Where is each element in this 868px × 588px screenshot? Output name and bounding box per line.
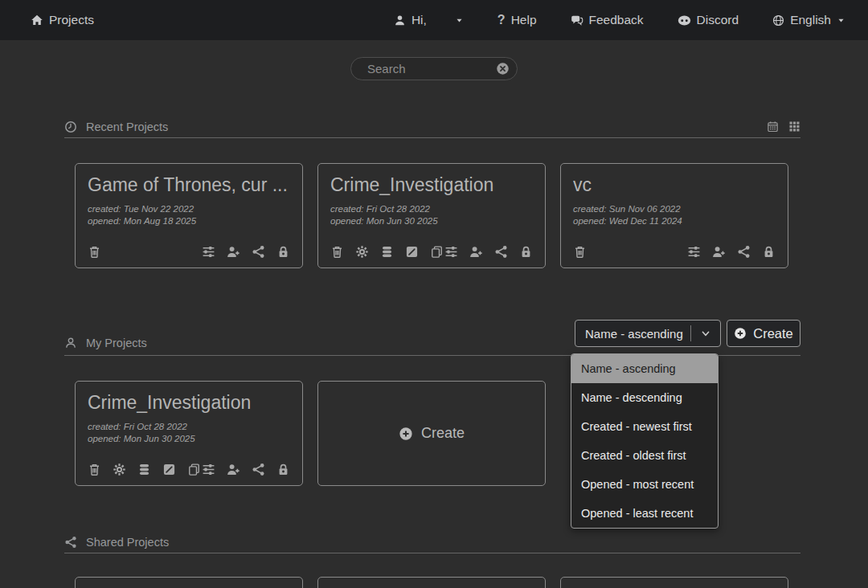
add-user-icon[interactable]: [712, 245, 726, 259]
edit-icon[interactable]: [162, 463, 176, 476]
lock-icon[interactable]: [276, 245, 290, 259]
project-created: created: Fri Oct 28 2022: [88, 421, 290, 433]
nav-language-label: English: [790, 13, 831, 27]
grid-view-icon[interactable]: [788, 120, 800, 133]
project-created: created: Sun Nov 06 2022: [573, 203, 776, 215]
project-title: Crime_Investigation: [88, 392, 290, 414]
home-icon: [31, 14, 43, 27]
nav-greeting: Hi,: [411, 13, 427, 27]
shared-projects-header: Shared Projects: [64, 531, 800, 553]
project-card[interactable]: Crime_Investigation created: Fri Oct 28 …: [317, 163, 546, 268]
add-user-icon[interactable]: [227, 245, 240, 259]
nav-help[interactable]: ? Help: [497, 13, 537, 27]
project-opened: opened: Mon Aug 18 2025: [88, 215, 290, 227]
sort-option[interactable]: Created - newest first: [571, 412, 718, 441]
recent-projects-title: Recent Projects: [86, 120, 168, 133]
delete-icon[interactable]: [573, 245, 587, 259]
recent-projects-row: Game of Thrones, cur ... created: Tue No…: [75, 163, 788, 268]
project-card[interactable]: vc created: Sun Nov 06 2022 opened: Wed …: [560, 163, 788, 268]
calendar-view-icon[interactable]: [767, 120, 779, 133]
sort-select[interactable]: Name - ascending: [575, 320, 721, 347]
lock-icon[interactable]: [762, 245, 776, 259]
project-opened: opened: Wed Dec 11 2024: [573, 215, 776, 227]
create-card-label: Create: [421, 425, 465, 442]
project-card-partial[interactable]: [560, 577, 788, 588]
nav-language[interactable]: English: [772, 13, 845, 27]
chevron-down-icon[interactable]: [691, 329, 720, 339]
lock-icon[interactable]: [276, 463, 290, 476]
sort-option[interactable]: Name - descending: [571, 383, 718, 412]
delete-icon[interactable]: [88, 245, 101, 259]
settings-sliders-icon[interactable]: [202, 245, 215, 259]
add-user-icon[interactable]: [469, 245, 483, 259]
nav-user-menu[interactable]: Hi,: [394, 13, 464, 27]
nav-help-label: Help: [511, 13, 537, 27]
database-icon[interactable]: [137, 463, 151, 476]
settings-sliders-icon[interactable]: [202, 463, 215, 476]
create-project-card[interactable]: Create: [317, 381, 546, 486]
gear-icon[interactable]: [355, 245, 369, 259]
gear-icon[interactable]: [113, 463, 126, 476]
nav-feedback-label: Feedback: [589, 13, 644, 27]
project-card[interactable]: Game of Thrones, cur ... created: Tue No…: [75, 163, 303, 268]
shared-projects-row: [75, 577, 788, 588]
project-title: Game of Thrones, cur ...: [88, 174, 290, 196]
plus-circle-icon: [734, 327, 747, 340]
nav-feedback[interactable]: Feedback: [571, 13, 644, 27]
project-title: Crime_Investigation: [330, 174, 533, 196]
nav-discord[interactable]: Discord: [678, 13, 739, 27]
sort-option[interactable]: Opened - least recent: [571, 499, 718, 528]
person-icon: [64, 337, 77, 349]
question-icon: ?: [497, 13, 506, 27]
feedback-chat-icon: [571, 14, 583, 27]
delete-icon[interactable]: [330, 245, 344, 259]
delete-icon[interactable]: [88, 463, 101, 476]
project-opened: opened: Mon Jun 30 2025: [330, 215, 533, 227]
shared-projects-title: Shared Projects: [86, 536, 169, 549]
clock-icon: [64, 120, 77, 133]
sort-dropdown-menu: Name - ascending Name - descending Creat…: [571, 353, 719, 529]
my-projects-title: My Projects: [86, 337, 147, 349]
globe-icon: [772, 14, 784, 27]
share-icon: [64, 536, 77, 549]
add-user-icon[interactable]: [227, 463, 240, 476]
project-opened: opened: Mon Jun 30 2025: [88, 433, 290, 445]
project-created: created: Fri Oct 28 2022: [330, 203, 533, 215]
my-projects-header: My Projects Name - ascending Create: [64, 320, 800, 356]
share-icon[interactable]: [252, 463, 265, 476]
navbar: Projects Hi, ? Help Feedback Discord Eng…: [0, 0, 868, 40]
sort-option[interactable]: Created - oldest first: [571, 441, 718, 470]
duplicate-icon[interactable]: [430, 245, 444, 259]
plus-circle-icon: [399, 427, 413, 441]
nav-discord-label: Discord: [697, 13, 739, 27]
project-created: created: Tue Nov 22 2022: [88, 203, 290, 215]
search-bar: [350, 57, 518, 80]
caret-down-icon[interactable]: [837, 16, 845, 25]
edit-icon[interactable]: [405, 245, 419, 259]
sort-option[interactable]: Name - ascending: [571, 354, 718, 383]
my-projects-row: Crime_Investigation created: Fri Oct 28 …: [75, 381, 546, 486]
search-clear-icon[interactable]: [496, 62, 510, 76]
project-card-partial[interactable]: [75, 577, 303, 588]
database-icon[interactable]: [380, 245, 394, 259]
sort-selected-value: Name - ascending: [575, 327, 690, 341]
share-icon[interactable]: [494, 245, 508, 259]
nav-projects[interactable]: Projects: [31, 13, 94, 27]
lock-icon[interactable]: [519, 245, 533, 259]
share-icon[interactable]: [252, 245, 265, 259]
recent-projects-header: Recent Projects: [64, 116, 800, 138]
settings-sliders-icon[interactable]: [444, 245, 458, 259]
create-button[interactable]: Create: [727, 320, 800, 347]
sort-option[interactable]: Opened - most recent: [571, 470, 718, 499]
project-card-partial[interactable]: [317, 577, 546, 588]
project-title: vc: [573, 174, 776, 196]
project-card[interactable]: Crime_Investigation created: Fri Oct 28 …: [75, 381, 303, 486]
create-button-label: Create: [753, 326, 793, 341]
search-input[interactable]: [367, 62, 496, 76]
duplicate-icon[interactable]: [187, 463, 201, 476]
share-icon[interactable]: [737, 245, 751, 259]
nav-projects-label: Projects: [49, 13, 94, 27]
settings-sliders-icon[interactable]: [687, 245, 701, 259]
caret-down-icon[interactable]: [455, 16, 464, 25]
discord-icon: [678, 14, 691, 27]
